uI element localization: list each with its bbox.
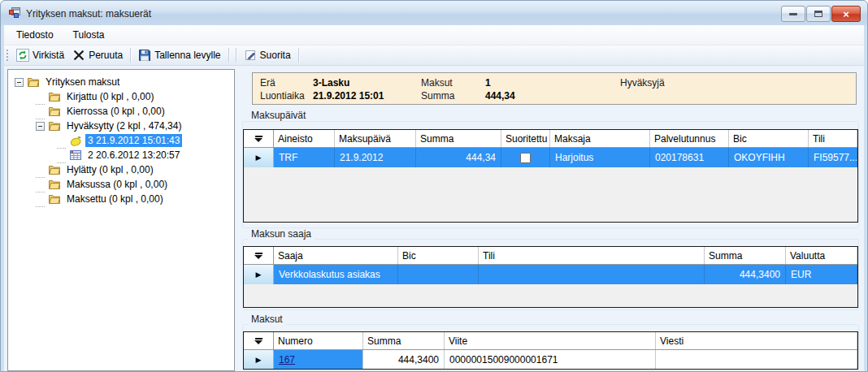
tree-item-label: 2 20.6.2012 13:20:57 [85, 149, 182, 162]
toolbar-gripper [6, 49, 10, 63]
tree-item-maksussa[interactable]: Maksussa (0 kpl , 0,00) [8, 177, 234, 192]
cell-suoritettu[interactable] [501, 148, 550, 167]
open-folder-icon [48, 119, 62, 132]
tree-item-label: Kierrossa (0 kpl , 0,00) [64, 105, 167, 118]
cell-tili[interactable]: FI59577... [809, 148, 857, 167]
maksut-row[interactable]: ▶ 167 444,3400 00000015009000001671 [244, 350, 857, 370]
column-header-maksaja[interactable]: Maksaja [550, 130, 650, 147]
cell-maksaja[interactable]: Harjoitus [550, 148, 650, 167]
column-header-bic[interactable]: Bic [398, 247, 479, 264]
suoritettu-checkbox[interactable] [520, 153, 531, 163]
lemon-icon [69, 134, 83, 147]
maksupaivat-row[interactable]: ▶ TRF 21.9.2012 444,34 Harjoitus 0201786… [244, 148, 857, 167]
maksut-value: 1 [485, 77, 491, 89]
tree-item-kierrossa[interactable]: Kierrossa (0 kpl , 0,00) [8, 104, 234, 119]
cell-tili[interactable] [479, 265, 705, 284]
cell-summa[interactable]: 444,3400 [363, 350, 445, 369]
tree-item-maksettu[interactable]: Maksettu (0 kpl , 0,00) [8, 192, 234, 206]
toolbar-separator [130, 48, 131, 63]
form-area: Yrityksen maksut Kirjattu (0 kpl , 0,00)… [4, 66, 864, 371]
row-arrow-icon: ▶ [256, 270, 262, 279]
column-header-viesti[interactable]: Viesti [656, 332, 857, 349]
cell-palvelutunnus[interactable]: 020178631 [650, 148, 729, 167]
grid-corner-filter-cell[interactable] [244, 130, 274, 147]
cell-valuutta[interactable]: EUR [786, 265, 857, 284]
tree-item-yrityksen-maksut[interactable]: Yrityksen maksut [8, 75, 234, 89]
tree-item-batch-2[interactable]: 2 20.6.2012 13:20:57 [8, 148, 234, 162]
minimize-icon [789, 13, 797, 15]
toolbar-separator [298, 48, 299, 63]
hyvaksyja-label: Hyväksyjä [620, 77, 665, 89]
column-header-viite[interactable]: Viite [445, 332, 656, 349]
column-header-numero[interactable]: Numero [274, 332, 363, 349]
tree-item-label: Maksettu (0 kpl , 0,00) [64, 192, 166, 205]
execute-pen-icon [244, 49, 257, 62]
tree-item-label: Maksussa (0 kpl , 0,00) [64, 178, 170, 191]
summa-label: Summa [421, 90, 454, 102]
maksut-grid: Numero Summa Viite Viesti ▶ 167 444,3400… [243, 331, 858, 370]
execute-button-label: Suorita [260, 50, 291, 61]
row-selector-cell[interactable]: ▶ [244, 148, 274, 167]
column-header-maksupaiva[interactable]: Maksupäivä [335, 130, 416, 147]
grid-corner-filter-cell[interactable] [244, 247, 274, 264]
column-header-valuutta[interactable]: Valuutta [786, 247, 857, 264]
minimize-button[interactable] [781, 6, 805, 22]
cell-viesti[interactable] [656, 350, 857, 369]
cell-summa[interactable]: 444,34 [416, 148, 501, 167]
maksupaivat-group-label: Maksupäivät [248, 110, 309, 121]
menubar: Tiedosto Tulosta [4, 25, 864, 45]
column-header-aineisto[interactable]: Aineisto [274, 130, 335, 147]
save-to-disk-button[interactable]: Tallenna levylle [134, 47, 224, 63]
column-header-summa[interactable]: Summa [416, 130, 501, 147]
payment-number-link[interactable]: 167 [279, 354, 295, 366]
execute-button[interactable]: Suorita [240, 47, 295, 63]
batch-tree: Yrityksen maksut Kirjattu (0 kpl , 0,00)… [7, 69, 235, 371]
cell-viite[interactable]: 00000015009000001671 [445, 350, 656, 369]
cell-aineisto[interactable]: TRF [274, 148, 335, 167]
column-header-tili[interactable]: Tili [479, 247, 705, 264]
maksun-saaja-header-row: Saaja Bic Tili Summa Valuutta [244, 247, 857, 265]
column-header-suoritettu[interactable]: Suoritettu [501, 130, 550, 147]
detail-panel: Erä 3-Lasku Maksut 1 Hyväksyjä Luontiaik… [242, 69, 859, 371]
cell-numero[interactable]: 167 [274, 350, 363, 369]
maksun-saaja-row[interactable]: ▶ Verkkolaskutus asiakas 444,3400 EUR [244, 265, 857, 284]
column-header-tili[interactable]: Tili [809, 130, 857, 147]
column-header-bic[interactable]: Bic [729, 130, 809, 147]
column-header-palvelutunnus[interactable]: Palvelutunnus [650, 130, 729, 147]
cell-saaja[interactable]: Verkkolaskutus asiakas [274, 265, 398, 284]
cell-summa[interactable]: 444,3400 [705, 265, 786, 284]
row-selector-cell[interactable]: ▶ [244, 265, 274, 284]
tree-item-label: Hyväksytty (2 kpl , 474,34) [64, 119, 184, 132]
row-selector-cell[interactable]: ▶ [244, 350, 274, 369]
titlebar: Yrityksen maksut: maksuerät × [1, 1, 867, 25]
tree-item-kirjattu[interactable]: Kirjattu (0 kpl , 0,00) [8, 89, 234, 104]
refresh-button[interactable]: Virkistä [12, 47, 68, 63]
cancel-x-icon [72, 49, 85, 62]
maximize-button[interactable] [806, 6, 831, 22]
tree-item-hylatty[interactable]: Hylätty (0 kpl , 0,00) [8, 162, 234, 177]
tree-item-hyvaksytty[interactable]: Hyväksytty (2 kpl , 474,34) [8, 119, 234, 133]
column-header-saaja[interactable]: Saaja [274, 247, 398, 264]
tree-item-batch-3[interactable]: 3 21.9.2012 15:01:43 [8, 133, 234, 148]
refresh-icon [16, 49, 29, 62]
cell-maksupaiva[interactable]: 21.9.2012 [335, 148, 416, 167]
summa-value: 444,34 [485, 90, 515, 102]
grid-corner-filter-cell[interactable] [244, 332, 274, 349]
luontiaika-value: 21.9.2012 15:01 [313, 90, 384, 102]
collapse-minus-icon[interactable] [15, 78, 24, 87]
menu-item-tiedosto[interactable]: Tiedosto [9, 27, 61, 43]
column-header-summa[interactable]: Summa [705, 247, 786, 264]
save-disk-icon [138, 49, 151, 62]
window-title: Yrityksen maksut: maksuerät [26, 7, 151, 19]
cell-bic[interactable]: OKOYFIHH [729, 148, 809, 167]
app-icon [8, 6, 21, 19]
refresh-button-label: Virkistä [33, 50, 64, 61]
cancel-button[interactable]: Peruuta [68, 47, 127, 63]
close-button[interactable]: × [831, 6, 861, 22]
column-header-summa[interactable]: Summa [363, 332, 445, 349]
menu-item-tulosta[interactable]: Tulosta [66, 27, 112, 43]
batch-summary-panel: Erä 3-Lasku Maksut 1 Hyväksyjä Luontiaik… [252, 72, 857, 105]
collapse-minus-icon[interactable] [36, 122, 45, 131]
close-icon: × [843, 9, 849, 19]
cell-bic[interactable] [398, 265, 479, 284]
